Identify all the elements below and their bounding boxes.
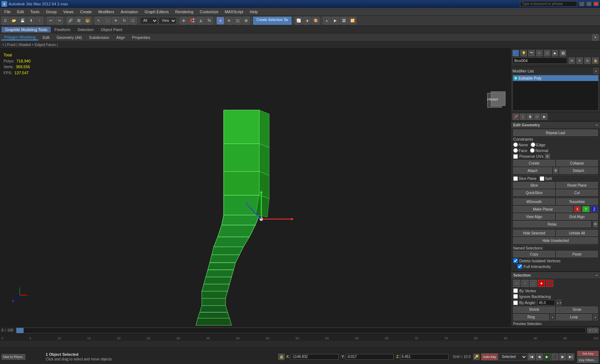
- sub-tab-align[interactable]: Align: [114, 35, 128, 40]
- copy-btn[interactable]: Copy: [513, 251, 555, 257]
- menu-file[interactable]: File: [1, 9, 14, 15]
- y-coord-input[interactable]: [345, 354, 394, 360]
- autokey-btn[interactable]: Auto Key: [481, 353, 498, 360]
- tessellate-btn[interactable]: Tessellate: [556, 198, 598, 205]
- scale-btn[interactable]: ⬡: [129, 17, 137, 25]
- make-planar-btn[interactable]: Make Planar: [513, 206, 573, 212]
- repeat-last-btn[interactable]: Repeat Last: [513, 130, 598, 136]
- percent-snap-btn[interactable]: %: [205, 17, 213, 25]
- search-input[interactable]: [520, 1, 577, 7]
- loop-btn[interactable]: Loop: [556, 314, 592, 320]
- go-to-end-btn[interactable]: ▶|: [567, 353, 574, 360]
- viewport[interactable]: Total Polys: 718,940 Verts: 369,556 FPS:…: [0, 49, 511, 326]
- bind-btn[interactable]: 🔱: [84, 17, 91, 25]
- material-btn[interactable]: 🎨: [312, 17, 320, 25]
- snap-btn[interactable]: 🧲: [188, 17, 196, 25]
- panel-icon-light[interactable]: 💡: [520, 50, 527, 56]
- selection-header[interactable]: Selection−: [511, 272, 600, 278]
- timeline-add-key-btn[interactable]: <: [587, 328, 593, 333]
- timeline-end-btn[interactable]: >: [593, 328, 599, 333]
- preserve-uvs-settings-btn[interactable]: ⚙: [545, 154, 550, 159]
- hide-btn[interactable]: H: [569, 57, 575, 64]
- ribbon-tab-object-paint[interactable]: Object Paint: [97, 27, 126, 32]
- next-frame-btn[interactable]: ▶: [559, 353, 566, 360]
- cut-btn[interactable]: Cut: [556, 189, 598, 196]
- icon-pin[interactable]: 📌: [512, 113, 519, 120]
- modifier-editable-poly[interactable]: Editable Poly: [513, 75, 598, 81]
- relax-settings-btn[interactable]: ⚙: [593, 221, 598, 227]
- menu-modifiers[interactable]: Modifiers: [95, 9, 117, 15]
- menu-create[interactable]: Create: [77, 9, 95, 15]
- x-coord-input[interactable]: [290, 354, 339, 360]
- sub-tab-properties[interactable]: Properties: [129, 35, 153, 40]
- view-align-btn[interactable]: View Align: [513, 213, 555, 220]
- shrink-btn[interactable]: Shrink: [513, 307, 555, 313]
- constraint-normal-radio[interactable]: [530, 148, 535, 153]
- render-setup-btn[interactable]: ⬥: [323, 17, 331, 25]
- schematic-btn[interactable]: ⬗: [303, 17, 311, 25]
- panel-icon-helpers[interactable]: +: [536, 50, 542, 56]
- close-button[interactable]: ✕: [594, 2, 599, 6]
- view-cube[interactable]: FRONT: [486, 91, 507, 113]
- curve-editor-btn[interactable]: 📈: [295, 17, 302, 25]
- vertex-sel-icon[interactable]: ⬡: [513, 280, 520, 287]
- panel-icon-space[interactable]: ⬡: [544, 50, 550, 56]
- menu-graph-editors[interactable]: Graph Editors: [142, 9, 172, 15]
- mirror-btn[interactable]: ◫: [234, 17, 241, 25]
- element-sel-icon[interactable]: ⬛: [546, 280, 553, 287]
- sub-tab-subdivision[interactable]: Subdivision: [86, 35, 112, 40]
- align-btn[interactable]: ⊞: [242, 17, 250, 25]
- display-btn[interactable]: D: [584, 57, 591, 64]
- slice-btn[interactable]: Slice: [513, 182, 555, 188]
- collapse-btn[interactable]: Collapse: [556, 160, 598, 166]
- grow-btn[interactable]: Grow: [556, 307, 598, 313]
- prev-frame-btn[interactable]: ◀: [536, 353, 543, 360]
- menu-maxscript[interactable]: MAXScript: [222, 9, 246, 15]
- by-angle-input[interactable]: [537, 300, 555, 305]
- lock-icon[interactable]: 🔒: [278, 354, 285, 360]
- ribbon-collapse-btn[interactable]: ▾: [592, 34, 599, 41]
- loop-dropdown[interactable]: ▼: [593, 314, 598, 320]
- panel-icon-render[interactable]: 🖼: [560, 50, 566, 56]
- modifier-list-box[interactable]: Editable Poly: [512, 75, 599, 111]
- lock-btn[interactable]: 🔒: [592, 57, 599, 64]
- hide-selected-btn[interactable]: Hide Selected: [513, 230, 555, 236]
- msmooth-btn[interactable]: MSmooth: [513, 198, 555, 205]
- delete-isolated-check[interactable]: [513, 258, 518, 263]
- z-coord-input[interactable]: [400, 354, 449, 360]
- edge-sel-icon[interactable]: /: [521, 280, 529, 287]
- timeline-bar[interactable]: [16, 328, 586, 333]
- set-key-btn[interactable]: Set Key: [577, 351, 599, 357]
- stop-btn[interactable]: ⬛: [551, 353, 559, 360]
- menu-help[interactable]: Help: [247, 9, 261, 15]
- redo-btn[interactable]: ↪: [55, 17, 63, 25]
- 3d-snap-btn[interactable]: 3: [216, 17, 224, 25]
- ribbon-tab-freeform[interactable]: Freeform: [51, 27, 74, 32]
- detach-btn[interactable]: Detach: [559, 167, 598, 174]
- icon-show-result[interactable]: ▶: [541, 113, 548, 120]
- link-btn[interactable]: 🔗: [66, 17, 74, 25]
- 3d-model-area[interactable]: [0, 49, 511, 326]
- menu-edit[interactable]: Edit: [14, 9, 27, 15]
- x-btn[interactable]: X: [574, 206, 581, 212]
- rotate-btn[interactable]: ↻: [120, 17, 128, 25]
- constraint-none-radio[interactable]: [513, 142, 518, 147]
- relax-btn[interactable]: Relax: [513, 221, 591, 227]
- constraint-edge-radio[interactable]: [531, 142, 535, 147]
- full-interactivity-check[interactable]: [518, 264, 522, 269]
- panel-icon-anim[interactable]: ▶: [552, 50, 558, 56]
- panel-icon-color[interactable]: 🔵: [512, 50, 519, 56]
- save-incr-btn[interactable]: ↑: [36, 17, 44, 25]
- snap-opts-btn[interactable]: ⚙: [225, 17, 233, 25]
- menu-group[interactable]: Group: [43, 9, 60, 15]
- hide-unselected-btn[interactable]: Hide Unselected: [513, 237, 598, 244]
- sub-tab-polygon-modeling[interactable]: Polygon Modeling: [1, 35, 38, 40]
- create-selection-button[interactable]: Create Selection Se: [253, 17, 291, 25]
- border-sel-icon[interactable]: ⬚: [530, 280, 537, 287]
- maximize-button[interactable]: □: [586, 2, 591, 6]
- angle-snap-btn[interactable]: ∡: [197, 17, 205, 25]
- render-btn[interactable]: ▶: [331, 17, 339, 25]
- play-btn[interactable]: ▶: [544, 353, 551, 360]
- ignore-backfacing-check[interactable]: [513, 294, 518, 299]
- ring-dropdown[interactable]: ▼: [550, 314, 555, 320]
